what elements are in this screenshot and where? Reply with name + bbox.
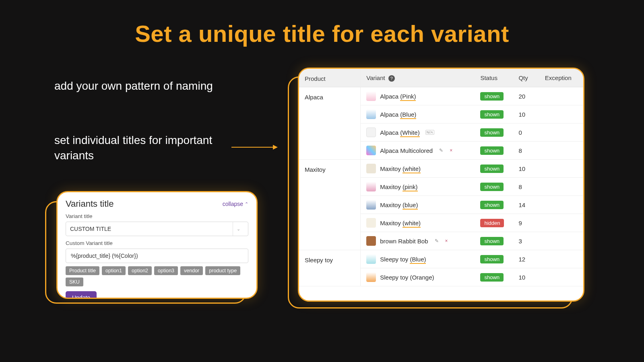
- exception-cell: [539, 105, 583, 123]
- qty-cell: 0: [513, 123, 539, 142]
- exception-cell: [539, 232, 583, 250]
- status-badge: shown: [480, 146, 504, 155]
- qty-cell: 10: [513, 268, 539, 286]
- variant-name: Maxitoy (pink): [380, 183, 417, 190]
- status-badge: shown: [480, 92, 504, 101]
- arrow-icon: [231, 143, 278, 151]
- exception-cell: [539, 214, 583, 232]
- th-exception: Exception: [539, 69, 583, 87]
- pencil-icon[interactable]: ✎: [439, 148, 443, 153]
- status-badge: shown: [480, 183, 504, 191]
- chevron-up-icon: ⌃: [245, 202, 248, 207]
- exception-cell: [539, 250, 583, 268]
- annotation-pattern: add your own pattern of naming: [54, 78, 239, 94]
- variant-name: Sleepy toy (Blue): [380, 256, 426, 263]
- variant-thumbnail: [366, 146, 376, 155]
- variant-cell: Alpaca (Pink): [361, 87, 475, 105]
- variant-title-select[interactable]: CUSTOM TITLE ⌄: [66, 222, 248, 236]
- variants-table-card: Product Variant ? Status Qty Exception A…: [298, 68, 584, 302]
- custom-variant-input[interactable]: %{product_title} (%{Color}): [66, 249, 248, 263]
- qty-cell: 20: [513, 87, 539, 105]
- variant-name: Sleepy toy (Orange): [380, 274, 434, 281]
- help-icon[interactable]: ?: [388, 75, 395, 82]
- status-badge: hidden: [480, 219, 504, 227]
- variant-cell: Sleepy toy (Blue): [361, 250, 475, 268]
- variant-thumbnail: [366, 200, 376, 210]
- variant-thumbnail: [366, 254, 376, 264]
- variants-title-card: Variants title collapse ⌃ Variant title …: [56, 191, 258, 299]
- status-cell: shown: [475, 123, 513, 142]
- close-icon[interactable]: ×: [445, 238, 448, 244]
- variant-name: Alpaca (Pink): [380, 93, 416, 100]
- product-cell: Alpaca: [299, 87, 361, 160]
- variant-cell: Alpaca Multicolored✎×: [361, 142, 475, 160]
- variant-cell: Maxitoy (white): [361, 214, 475, 232]
- status-cell: hidden: [475, 214, 513, 232]
- product-cell: Maxitoy: [299, 160, 361, 250]
- variant-name: Alpaca (Blue): [380, 111, 416, 118]
- th-variant-label: Variant: [366, 74, 385, 81]
- th-product: Product: [299, 69, 361, 87]
- qty-cell: 8: [513, 178, 539, 196]
- table-row: AlpacaAlpaca (Pink)shown20: [299, 87, 583, 105]
- collapse-button[interactable]: collapse ⌃: [223, 201, 248, 207]
- variant-cell: Maxitoy (blue): [361, 196, 475, 214]
- status-badge: shown: [480, 110, 504, 119]
- page-headline: Set a unique title for each variant: [0, 0, 644, 47]
- token-chip[interactable]: SKU: [66, 278, 83, 286]
- token-chip[interactable]: product type: [205, 266, 240, 275]
- qty-cell: 8: [513, 142, 539, 160]
- variant-cell: Maxitoy (pink): [361, 178, 475, 196]
- status-badge: shown: [480, 128, 504, 137]
- status-cell: shown: [475, 105, 513, 123]
- variant-name: Maxitoy (blue): [380, 202, 418, 208]
- token-chip[interactable]: vendor: [180, 266, 203, 275]
- variant-title-label: Variant title: [66, 213, 248, 219]
- table-row: MaxitoyMaxitoy (white)shown10: [299, 160, 583, 178]
- exception-cell: [539, 142, 583, 160]
- variant-name: Alpaca Multicolored: [380, 147, 433, 154]
- close-icon[interactable]: ×: [450, 148, 452, 153]
- qty-cell: 9: [513, 214, 539, 232]
- exception-cell: [539, 196, 583, 214]
- th-variant: Variant ?: [361, 69, 475, 87]
- variant-thumbnail: [366, 236, 376, 246]
- collapse-label: collapse: [223, 201, 243, 207]
- th-qty: Qty: [513, 69, 539, 87]
- card-title: Variants title: [66, 199, 114, 209]
- variant-thumbnail: [366, 272, 376, 282]
- token-chip[interactable]: option3: [154, 266, 178, 275]
- qty-cell: 12: [513, 250, 539, 268]
- qty-cell: 14: [513, 196, 539, 214]
- status-badge: shown: [480, 237, 504, 245]
- select-value: CUSTOM TITLE: [70, 226, 111, 232]
- variant-cell: Alpaca (Blue): [361, 105, 475, 123]
- status-cell: shown: [475, 268, 513, 286]
- variant-name: Maxitoy (white): [380, 165, 421, 172]
- exception-cell: [539, 178, 583, 196]
- exception-cell: [539, 87, 583, 105]
- variant-thumbnail: [366, 128, 376, 137]
- variant-name: brown Rabbit Bob: [380, 238, 428, 245]
- status-cell: shown: [475, 178, 513, 196]
- status-badge: shown: [480, 165, 504, 173]
- variant-thumbnail: [366, 218, 376, 228]
- na-badge: N/A: [425, 130, 435, 135]
- update-button[interactable]: Update: [66, 291, 97, 299]
- exception-cell: [539, 160, 583, 178]
- token-chip[interactable]: Product title: [66, 266, 99, 275]
- variant-cell: Alpaca (White)N/A: [361, 123, 475, 142]
- exception-cell: [539, 123, 583, 142]
- token-chip[interactable]: option2: [128, 266, 152, 275]
- custom-variant-label: Custom Variant title: [66, 240, 248, 246]
- status-cell: shown: [475, 160, 513, 178]
- token-chip[interactable]: option1: [102, 266, 126, 275]
- qty-cell: 10: [513, 105, 539, 123]
- status-cell: shown: [475, 196, 513, 214]
- pencil-icon[interactable]: ✎: [435, 238, 439, 244]
- variant-thumbnail: [366, 182, 376, 191]
- status-cell: shown: [475, 250, 513, 268]
- chevron-down-icon: ⌄: [233, 222, 244, 236]
- variant-cell: Sleepy toy (Orange): [361, 268, 475, 286]
- variant-cell: Maxitoy (white): [361, 160, 475, 178]
